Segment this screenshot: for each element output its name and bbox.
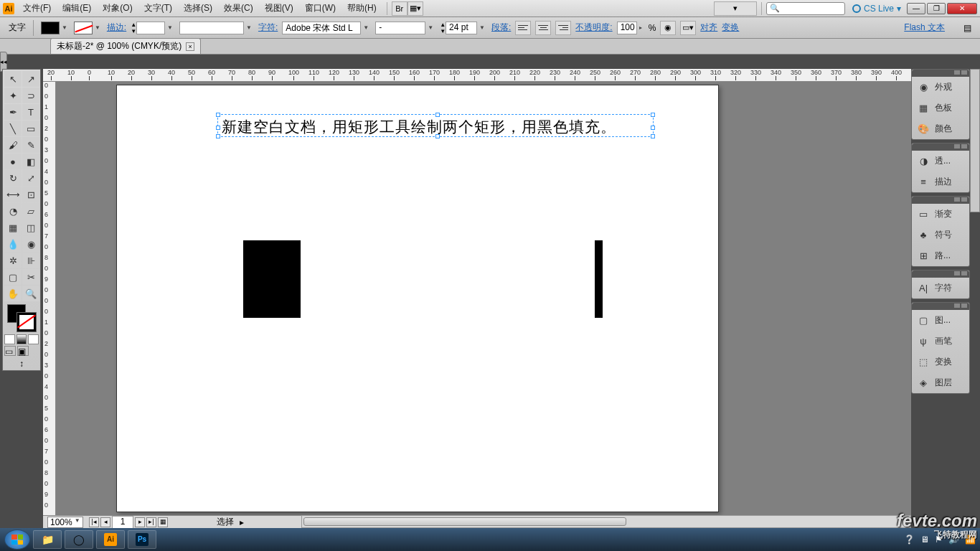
maximize-button[interactable]: ❐ <box>927 3 946 14</box>
page-input[interactable]: 1 <box>112 516 133 529</box>
toolbox-options-icon[interactable]: ↕ <box>4 359 39 369</box>
fill-swatch[interactable]: ▼ <box>41 22 70 34</box>
options-menu-icon[interactable]: ▤ <box>963 23 971 33</box>
shape-builder-tool[interactable]: ◔ <box>4 203 22 219</box>
black-rectangle-1[interactable] <box>243 240 301 318</box>
opacity-label[interactable]: 不透明度: <box>575 22 612 34</box>
menu-select[interactable]: 选择(S) <box>178 1 218 16</box>
panel-item-图...[interactable]: ▢图... <box>912 310 969 331</box>
prev-page-button[interactable]: ◂ <box>100 517 110 527</box>
slice-tool[interactable]: ✂ <box>22 269 39 285</box>
rotate-tool[interactable]: ↻ <box>4 170 22 186</box>
search-input[interactable]: 🔍 <box>766 2 845 15</box>
eraser-tool[interactable]: ◧ <box>22 154 39 169</box>
char-label[interactable]: 字符: <box>258 22 278 34</box>
black-rectangle-2[interactable] <box>595 240 603 318</box>
panel-item-路...[interactable]: ⊞路... <box>912 245 969 266</box>
minimize-button[interactable]: — <box>907 3 925 14</box>
scrollbar-horizontal[interactable] <box>301 515 911 528</box>
panel-item-外观[interactable]: ◉外观 <box>912 77 969 98</box>
task-illustrator[interactable]: Ai <box>96 530 125 549</box>
last-page-button[interactable]: ▸| <box>146 517 156 527</box>
menu-object[interactable]: 对象(O) <box>97 1 138 16</box>
blend-tool[interactable]: ◉ <box>22 236 39 252</box>
lasso-tool[interactable]: ⊃ <box>22 88 39 103</box>
tab-close-icon[interactable]: × <box>186 42 194 51</box>
zoom-input[interactable]: 100%▼ <box>47 517 83 528</box>
stroke-weight-input[interactable]: ▲▼▼ <box>131 22 175 34</box>
selection-tool[interactable]: ↖ <box>4 71 22 87</box>
line-tool[interactable]: ╲ <box>4 121 22 136</box>
first-page-button[interactable]: |◂ <box>89 517 99 527</box>
menu-type[interactable]: 文字(T) <box>138 1 178 16</box>
panel-item-字符[interactable]: A|字符 <box>912 278 969 298</box>
type-tool[interactable]: T <box>22 104 39 120</box>
panel-item-符号[interactable]: ♣符号 <box>912 225 969 245</box>
task-browser[interactable]: ◯ <box>65 530 93 549</box>
free-transform-tool[interactable]: ⊡ <box>22 187 39 202</box>
document-tab[interactable]: 未标题-2* @ 100% (CMYK/预览) × <box>50 38 201 54</box>
workspace-switcher[interactable]: ▾ <box>714 1 757 16</box>
panel-item-图层[interactable]: ◈图层 <box>912 372 969 393</box>
bridge-button[interactable]: Br <box>392 1 407 16</box>
page-menu-button[interactable]: ▦ <box>158 517 168 527</box>
align-link[interactable]: 对齐 <box>700 22 717 34</box>
dock-strip[interactable] <box>970 69 980 212</box>
task-photoshop[interactable]: Ps <box>128 530 156 549</box>
menu-help[interactable]: 帮助(H) <box>341 1 382 16</box>
para-label[interactable]: 段落: <box>491 22 511 34</box>
menu-file[interactable]: 文件(F) <box>17 1 57 16</box>
brush-def-input[interactable]: ▼ <box>179 22 254 34</box>
opacity-input[interactable]: 100▸ <box>617 22 644 34</box>
hand-tool[interactable]: ✋ <box>4 286 22 301</box>
pencil-tool[interactable]: ✎ <box>22 137 39 153</box>
symbol-sprayer-tool[interactable]: ✲ <box>4 253 22 268</box>
tray-help-icon[interactable]: ❔ <box>904 534 915 545</box>
screen-mode-full[interactable]: ▣ <box>17 346 29 356</box>
width-tool[interactable]: ⟷ <box>4 187 22 202</box>
font-size-input[interactable]: ▲▼24 pt▼ <box>440 22 487 34</box>
panel-item-画笔[interactable]: ψ画笔 <box>912 331 969 352</box>
gradient-mode-button[interactable] <box>17 334 27 344</box>
perspective-tool[interactable]: ▱ <box>22 203 39 219</box>
flash-text-link[interactable]: Flash 文本 <box>904 22 945 34</box>
layout-button[interactable]: ▦▾ <box>407 1 423 16</box>
color-mode-button[interactable] <box>4 334 15 344</box>
recolor-button[interactable]: ◉ <box>660 21 676 35</box>
fill-stroke-control[interactable] <box>4 304 39 333</box>
ruler-vertical[interactable]: 0010203040506070809000102030405060708090 <box>43 82 56 515</box>
direct-selection-tool[interactable]: ↗ <box>22 71 39 87</box>
stroke-label[interactable]: 描边: <box>107 22 126 34</box>
menu-effect[interactable]: 效果(C) <box>218 1 259 16</box>
doc-setup-button[interactable]: ▭▾ <box>680 21 696 35</box>
panel-item-变换[interactable]: ⬚变换 <box>912 352 969 372</box>
next-page-button[interactable]: ▸ <box>135 517 145 527</box>
panel-item-渐变[interactable]: ▭渐变 <box>912 204 969 225</box>
panel-item-描边[interactable]: ≡描边 <box>912 171 969 192</box>
stroke-color-swatch[interactable] <box>17 313 36 331</box>
panel-item-颜色[interactable]: 🎨颜色 <box>912 118 969 139</box>
ruler-horizontal[interactable]: 2010010203040506070809010011012013014015… <box>43 69 911 82</box>
gradient-tool[interactable]: ◫ <box>22 220 39 235</box>
align-right-button[interactable] <box>555 21 571 35</box>
panel-item-色板[interactable]: ▦色板 <box>912 98 969 118</box>
magic-wand-tool[interactable]: ✦ <box>4 88 22 103</box>
graph-tool[interactable]: ⊪ <box>22 253 39 268</box>
font-style-input[interactable]: -▼ <box>375 22 435 34</box>
status-menu-icon[interactable]: ▸ <box>240 517 244 527</box>
cslive-button[interactable]: CS Live▾ <box>852 4 901 14</box>
paintbrush-tool[interactable]: 🖌 <box>4 137 22 153</box>
scale-tool[interactable]: ⤢ <box>22 170 39 186</box>
rectangle-tool[interactable]: ▭ <box>22 121 39 136</box>
canvas-area[interactable]: 新建空白文档，用矩形工具绘制两个矩形，用黑色填充。 <box>56 82 911 515</box>
align-center-button[interactable] <box>535 21 551 35</box>
blob-brush-tool[interactable]: ● <box>4 154 22 169</box>
mesh-tool[interactable]: ▦ <box>4 220 22 235</box>
task-explorer[interactable]: 📁 <box>33 530 62 549</box>
align-left-button[interactable] <box>515 21 531 35</box>
none-mode-button[interactable] <box>28 334 39 344</box>
font-family-input[interactable]: Adobe 宋体 Std L▼ <box>282 22 371 34</box>
menu-edit[interactable]: 编辑(E) <box>57 1 97 16</box>
instruction-text[interactable]: 新建空白文档，用矩形工具绘制两个矩形，用黑色填充。 <box>222 117 616 137</box>
stroke-swatch[interactable]: ▼ <box>74 22 103 34</box>
